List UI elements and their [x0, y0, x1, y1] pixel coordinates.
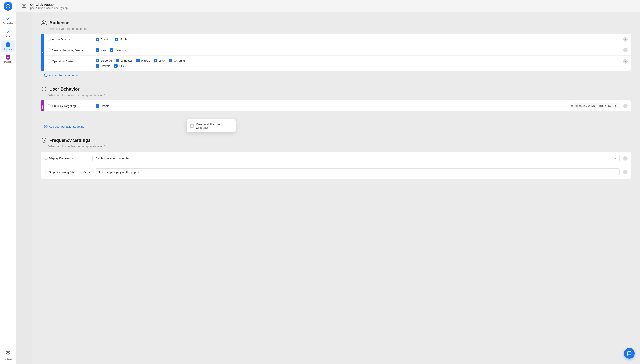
stop-displaying-row: ⓘ Stop Displaying After User Action Neve… [41, 165, 631, 179]
new-returning-info-icon[interactable]: ⓘ [48, 48, 51, 52]
on-click-code: window.ps.show({ id: 5267 }); [569, 104, 619, 108]
sidebar-item-customize[interactable]: Customize [1, 14, 15, 26]
linux-checkbox-box: ✓ [154, 59, 157, 62]
chat-fab-button[interactable] [624, 348, 635, 359]
desktop-label: Desktop [100, 38, 111, 41]
windows-checkbox-box: ✓ [116, 59, 119, 62]
new-returning-options: ✓ New ✓ Returning [96, 48, 619, 52]
sidebar-item-publish[interactable]: 4 Publish [1, 53, 15, 65]
stop-disp-chevron: ▾ [615, 170, 617, 174]
visitor-devices-info-icon[interactable]: ⓘ [48, 37, 51, 41]
visitor-devices-label: ⓘ Visitor Devices [48, 37, 92, 41]
macos-checkbox[interactable]: ✓ MacOs [136, 59, 150, 62]
display-freq-remove-button[interactable]: ✕ [623, 156, 627, 161]
sidebar-item-publish-label: Publish [4, 60, 12, 63]
on-click-remove-button[interactable]: ✕ [623, 104, 627, 108]
select-all-radio[interactable]: Select All [96, 59, 112, 62]
returning-label: Returning [115, 48, 127, 52]
frequency-header: Frequency Settings [41, 137, 631, 144]
linux-checkbox[interactable]: ✓ Linux [154, 59, 165, 62]
new-checkbox-box: ✓ [96, 48, 99, 52]
ios-checkbox-box: ✓ [114, 64, 118, 68]
mobile-label: Mobile [120, 38, 128, 41]
behavior-segment-container: ANY ⓘ On-Click Targeting ✓ Enable w [41, 100, 631, 112]
windows-checkbox[interactable]: ✓ Windows [116, 59, 132, 62]
new-returning-remove-button[interactable]: ✕ [623, 48, 627, 52]
display-freq-value: Display on every page view [95, 157, 130, 160]
sidebar-item-customize-label: Customize [3, 22, 13, 25]
audience-segment-container: AND ⓘ Visitor Devices ✓ Desktop [41, 34, 631, 71]
os-text: Operating System [52, 60, 75, 63]
new-returning-row: ⓘ New or Returning Visitor ✓ New ✓ Retur… [44, 45, 631, 56]
sidebar-item-segment[interactable]: 3 Segment [1, 40, 15, 52]
segment-badge: 3 [6, 42, 11, 47]
add-audience-targeting-button[interactable]: Add audience targeting [44, 74, 631, 77]
desktop-checkbox[interactable]: ✓ Desktop [96, 38, 111, 41]
display-freq-text: Display Frequency [49, 157, 73, 160]
add-behavior-label: Add user behavior targeting [49, 125, 84, 128]
audience-section: Audience Segment your target audience AN… [41, 20, 631, 77]
sidebar-item-segment-label: Segment [3, 48, 12, 50]
settings-label: Settings [4, 358, 12, 360]
select-all-label: Select All [100, 59, 112, 62]
sidebar-settings-button[interactable] [4, 348, 13, 357]
new-returning-text: New or Returning Visitor [52, 48, 83, 52]
new-checkbox[interactable]: ✓ New [96, 48, 106, 52]
returning-checkbox[interactable]: ✓ Returning [110, 48, 127, 52]
frequency-rows: ⓘ Display Frequency Display on every pag… [41, 152, 631, 179]
main-content: Audience Segment your target audience AN… [32, 12, 640, 364]
enable-checkbox[interactable]: ✓ Enable [96, 104, 109, 108]
tooltip-text: Disable all the other targetings [196, 122, 232, 129]
operating-system-row: ⓘ Operating System Select All [44, 56, 631, 71]
visitor-devices-remove-button[interactable]: ✕ [623, 37, 627, 42]
display-frequency-label: ⓘ Display Frequency [45, 156, 89, 160]
display-freq-info-icon[interactable]: ⓘ [45, 156, 48, 160]
behavior-icon [41, 86, 47, 92]
topbar-info: On-Click Popup poetic-muffin-cbc3ee.netl… [30, 3, 68, 10]
add-behavior-targeting-button[interactable]: Add user behavior targeting [44, 125, 631, 128]
android-checkbox[interactable]: ✓ Android [96, 64, 110, 68]
mobile-checkbox-box: ✓ [115, 38, 118, 41]
disable-targetings-checkbox[interactable] [190, 124, 194, 128]
sidebar-item-style[interactable]: Style [1, 27, 15, 40]
on-click-info-icon[interactable]: ⓘ [48, 104, 51, 108]
app-logo[interactable] [4, 2, 13, 11]
on-click-text: On-Click Targeting [52, 104, 76, 108]
display-frequency-row: ⓘ Display Frequency Display on every pag… [41, 152, 631, 165]
android-label: Android [100, 64, 110, 68]
os-remove-button[interactable]: ✕ [623, 59, 627, 64]
ios-checkbox[interactable]: ✓ IOS [114, 64, 124, 68]
user-behavior-subtitle: When would you like the popup to show up… [49, 94, 631, 97]
audience-title: Audience [49, 20, 69, 25]
chromium-checkbox-box: ✓ [169, 59, 172, 62]
style-icon [5, 29, 11, 34]
and-label: AND [41, 50, 44, 56]
svg-point-6 [43, 21, 44, 22]
ios-label: IOS [119, 64, 124, 68]
chromium-label: Chromium [174, 59, 187, 62]
on-click-options: ✓ Enable [96, 104, 566, 108]
enable-label: Enable [100, 104, 109, 108]
visitor-devices-text: Visitor Devices [52, 38, 71, 41]
customize-icon [5, 16, 11, 21]
mobile-checkbox[interactable]: ✓ Mobile [115, 38, 128, 41]
os-info-icon[interactable]: ⓘ [48, 59, 51, 63]
on-click-targeting-row: ⓘ On-Click Targeting ✓ Enable window.ps.… [44, 100, 631, 112]
new-returning-label: ⓘ New or Returning Visitor [48, 48, 92, 52]
stop-disp-remove-button[interactable]: ✕ [623, 170, 627, 174]
topbar-url: poetic-muffin-cbc3ee.netlify.app [30, 6, 68, 10]
linux-label: Linux [158, 59, 165, 62]
display-frequency-select[interactable]: Display on every page view ▾ [92, 155, 619, 162]
user-behavior-title: User Behavior [49, 86, 80, 92]
sidebar-item-style-label: Style [5, 35, 10, 38]
stop-displaying-select[interactable]: Never stop displaying the popup ▾ [95, 168, 619, 176]
behavior-rows: ⓘ On-Click Targeting ✓ Enable window.ps.… [44, 100, 631, 112]
desktop-checkbox-box: ✓ [96, 38, 99, 41]
frequency-section: Frequency Settings When would you like t… [41, 137, 631, 179]
frequency-title: Frequency Settings [49, 138, 91, 143]
chromium-checkbox[interactable]: ✓ Chromium [169, 59, 187, 62]
sidebar: Customize Style 3 Segment 4 Publish Sett… [0, 0, 16, 364]
stop-disp-info-icon[interactable]: ⓘ [45, 170, 48, 174]
stop-disp-value: Never stop displaying the popup [98, 170, 139, 174]
user-behavior-header: User Behavior [41, 86, 631, 92]
